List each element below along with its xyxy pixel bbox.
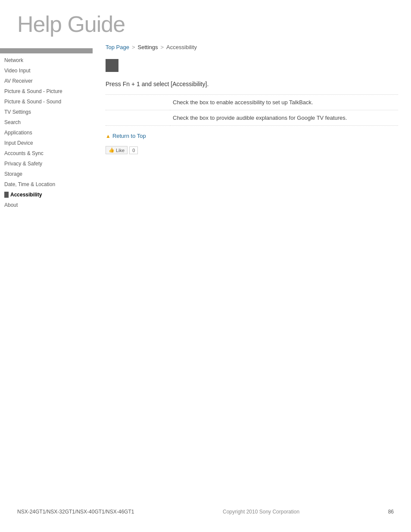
sidebar-item-date-time-location[interactable]: Date, Time & Location xyxy=(0,179,93,190)
return-to-top-label: Return to Top xyxy=(112,133,146,139)
feature-col2-audible: Check the box to provide audible explana… xyxy=(170,110,398,126)
thumb-icon: 👍 xyxy=(109,147,115,153)
like-area: 👍 Like 0 xyxy=(106,146,398,154)
feature-row-talkback: Check the box to enable accessibility to… xyxy=(106,95,398,110)
sidebar-item-accounts-sync[interactable]: Accounts & Sync xyxy=(0,148,93,159)
sidebar-item-network[interactable]: Network xyxy=(0,55,93,65)
sidebar-item-input-device[interactable]: Input Device xyxy=(0,138,93,148)
footer-page: 86 xyxy=(388,509,394,515)
like-label: Like xyxy=(116,148,125,153)
sidebar-item-search[interactable]: Search xyxy=(0,117,93,128)
sidebar-header xyxy=(0,48,93,53)
header: Help Guide xyxy=(0,0,411,44)
page-title: Help Guide xyxy=(17,13,411,35)
sidebar-item-picture-sound-sound[interactable]: Picture & Sound - Sound xyxy=(0,96,93,107)
footer-model: NSX-24GT1/NSX-32GT1/NSX-40GT1/NSX-46GT1 xyxy=(17,509,134,515)
feature-table: Check the box to enable accessibility to… xyxy=(106,95,398,126)
feature-col1-talkback xyxy=(106,95,170,110)
sidebar-item-picture-sound-picture[interactable]: Picture & Sound - Picture xyxy=(0,86,93,96)
sidebar-item-storage[interactable]: Storage xyxy=(0,169,93,179)
main-content: Top Page > Settings > Accessibility Pres… xyxy=(93,44,411,210)
breadcrumb-top-page[interactable]: Top Page xyxy=(106,44,129,50)
sidebar-item-applications[interactable]: Applications xyxy=(0,128,93,138)
breadcrumb-current: Accessibility xyxy=(166,44,197,50)
breadcrumb-settings: Settings xyxy=(138,44,158,50)
feature-row-audible: Check the box to provide audible explana… xyxy=(106,110,398,126)
press-instruction: Press Fn + 1 and select [Accessibility]. xyxy=(106,81,398,87)
feature-col2-talkback: Check the box to enable accessibility to… xyxy=(170,95,398,110)
sidebar: Network Video Input AV Receiver Picture … xyxy=(0,48,93,210)
breadcrumb: Top Page > Settings > Accessibility xyxy=(106,44,398,50)
sidebar-item-privacy-safety[interactable]: Privacy & Safety xyxy=(0,159,93,169)
main-layout: Network Video Input AV Receiver Picture … xyxy=(0,44,411,210)
return-to-top-link[interactable]: ▲ Return to Top xyxy=(106,133,398,139)
sidebar-item-about[interactable]: About xyxy=(0,200,93,210)
footer: NSX-24GT1/NSX-32GT1/NSX-40GT1/NSX-46GT1 … xyxy=(0,509,411,515)
sidebar-item-av-receiver[interactable]: AV Receiver xyxy=(0,76,93,86)
footer-copyright: Copyright 2010 Sony Corporation xyxy=(223,509,299,515)
return-arrow-icon: ▲ xyxy=(106,133,111,139)
sidebar-item-tv-settings[interactable]: TV Settings xyxy=(0,107,93,117)
like-count: 0 xyxy=(129,146,138,154)
section-icon xyxy=(106,59,118,72)
breadcrumb-sep-2: > xyxy=(161,44,164,50)
breadcrumb-sep-1: > xyxy=(132,44,135,50)
like-button[interactable]: 👍 Like xyxy=(106,146,128,154)
feature-col1-audible xyxy=(106,110,170,126)
sidebar-item-video-input[interactable]: Video Input xyxy=(0,65,93,76)
sidebar-item-accessibility[interactable]: Accessibility xyxy=(0,190,93,200)
